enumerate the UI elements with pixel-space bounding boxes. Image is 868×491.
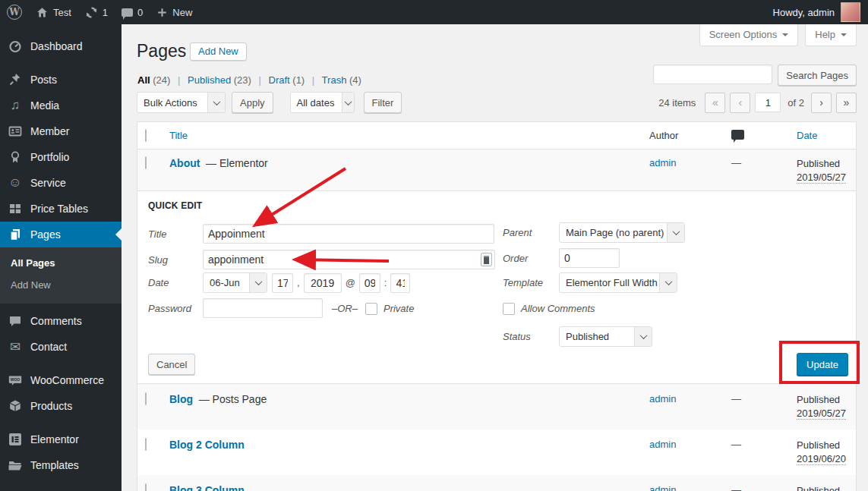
page-title-link[interactable]: Blog (169, 393, 193, 405)
order-input[interactable] (559, 248, 620, 268)
sidebar-item-service[interactable]: ☺ Service (0, 170, 122, 196)
filter-draft[interactable]: Draft (269, 74, 290, 86)
comments-icon (8, 313, 23, 329)
row-date: 2019/05/27 (797, 408, 846, 420)
author-link[interactable]: admin (649, 157, 676, 168)
sidebar-item-products[interactable]: Products (0, 393, 122, 419)
sidebar-item-label: Elementor (30, 433, 79, 445)
filter-all[interactable]: All (137, 74, 150, 86)
select-all-checkbox[interactable] (145, 129, 147, 142)
filter-published[interactable]: Published (188, 74, 231, 86)
search-input[interactable] (653, 65, 772, 84)
prev-page-button[interactable]: ‹ (730, 93, 750, 113)
sidebar-item-label: Comments (30, 315, 82, 327)
password-input[interactable] (203, 298, 323, 318)
column-title[interactable]: Title (165, 130, 643, 141)
sidebar-item-elementor[interactable]: Elementor (0, 426, 122, 452)
date-filter-select[interactable]: All dates (290, 92, 355, 113)
author-link[interactable]: admin (649, 439, 676, 450)
search-pages-button[interactable]: Search Pages (778, 65, 857, 86)
current-page-input[interactable] (755, 93, 781, 112)
month-select[interactable]: 06-Jun (203, 272, 267, 293)
comments-value: — (731, 157, 741, 168)
private-checkbox[interactable] (365, 303, 377, 315)
sidebar-item-woocommerce[interactable]: WOO WooCommerce (0, 367, 122, 393)
status-filter-links: All (24) | Published (23) | Draft (1) | … (137, 74, 361, 86)
page-title-link[interactable]: About (169, 157, 200, 169)
next-page-button[interactable]: › (811, 93, 832, 113)
slug-input[interactable] (203, 250, 495, 269)
wordpress-logo-menu[interactable]: W (0, 0, 29, 24)
row-status: Published (797, 393, 856, 407)
day-input[interactable] (272, 273, 293, 293)
sidebar-item-label: Price Tables (30, 203, 88, 215)
screen-options-button[interactable]: Screen Options (699, 24, 799, 46)
minute-input[interactable] (390, 273, 410, 293)
sidebar-item-label: Posts (30, 74, 57, 86)
sidebar-item-all-pages[interactable]: All Pages (0, 252, 122, 274)
page-title-link[interactable]: Blog 3 Column (169, 484, 245, 491)
select-arrow-icon (249, 273, 267, 292)
award-ribbon-icon (8, 150, 23, 165)
author-link[interactable]: admin (649, 393, 676, 404)
select-arrow-icon (667, 223, 684, 242)
column-author: Author (643, 130, 725, 141)
sidebar-item-templates[interactable]: Templates (0, 452, 122, 478)
table-header: Title Author Date (137, 122, 856, 150)
howdy-label[interactable]: Howdy, admin (773, 7, 835, 18)
sidebar-item-label: WooCommerce (30, 374, 104, 386)
bulk-actions-select[interactable]: Bulk Actions (137, 92, 226, 113)
items-count: 24 items (658, 97, 696, 109)
updates-menu[interactable]: 1 (78, 0, 115, 24)
new-menu[interactable]: New (150, 0, 199, 24)
sidebar-item-dashboard[interactable]: Dashboard (0, 33, 122, 59)
sidebar-item-pages[interactable]: Pages (0, 222, 122, 247)
sidebar-item-add-new[interactable]: Add New (0, 274, 122, 296)
sidebar-item-contact[interactable]: ✉ Contact (0, 334, 122, 360)
cancel-button[interactable]: Cancel (148, 354, 195, 375)
sidebar-item-comments[interactable]: Comments (0, 308, 122, 334)
template-field-label: Template (503, 277, 559, 288)
private-label: Private (383, 303, 414, 314)
title-input[interactable] (203, 224, 494, 244)
filter-button[interactable]: Filter (364, 92, 402, 113)
allow-comments-checkbox[interactable] (503, 303, 515, 315)
select-arrow-icon (342, 93, 353, 112)
slug-field-label: Slug (148, 254, 203, 266)
help-button[interactable]: Help (805, 24, 857, 46)
comments-menu[interactable]: 0 (115, 0, 150, 24)
add-new-button[interactable]: Add New (190, 42, 247, 61)
post-state: — Elementor (206, 157, 268, 169)
year-input[interactable] (304, 273, 342, 293)
woocommerce-icon: WOO (8, 373, 23, 388)
row-checkbox[interactable] (145, 156, 147, 169)
template-select[interactable]: Elementor Full Width (559, 272, 677, 293)
site-name-menu[interactable]: Test (29, 0, 78, 24)
sidebar-item-media[interactable]: ♫ Media (0, 93, 122, 118)
filter-trash[interactable]: Trash (322, 74, 347, 86)
author-link[interactable]: admin (649, 484, 676, 491)
sidebar-item-price-tables[interactable]: Price Tables (0, 196, 122, 222)
page-title-link[interactable]: Blog 2 Column (169, 439, 245, 451)
update-button[interactable]: Update (797, 353, 848, 376)
sidebar-item-member[interactable]: Member (0, 118, 122, 144)
sidebar-item-portfolio[interactable]: Portfolio (0, 144, 122, 170)
sidebar-item-posts[interactable]: Posts (0, 67, 122, 93)
sidebar-item-label: Pages (30, 228, 61, 241)
allow-comments-label: Allow Comments (521, 303, 595, 314)
comments-value: — (731, 439, 741, 450)
hour-input[interactable] (359, 273, 380, 293)
last-page-button[interactable]: » (836, 93, 857, 113)
page-title: Pages (137, 40, 186, 61)
avatar[interactable] (841, 2, 860, 22)
row-checkbox[interactable] (145, 483, 147, 491)
parent-select[interactable]: Main Page (no parent) (559, 222, 685, 243)
first-page-button[interactable]: « (705, 93, 725, 113)
apply-button[interactable]: Apply (232, 92, 273, 113)
row-checkbox[interactable] (145, 392, 147, 405)
column-comments-icon[interactable] (731, 130, 744, 140)
column-date[interactable]: Date (791, 130, 856, 141)
status-select[interactable]: Published (559, 326, 652, 347)
row-checkbox[interactable] (145, 438, 147, 451)
posts-icon (8, 72, 23, 87)
